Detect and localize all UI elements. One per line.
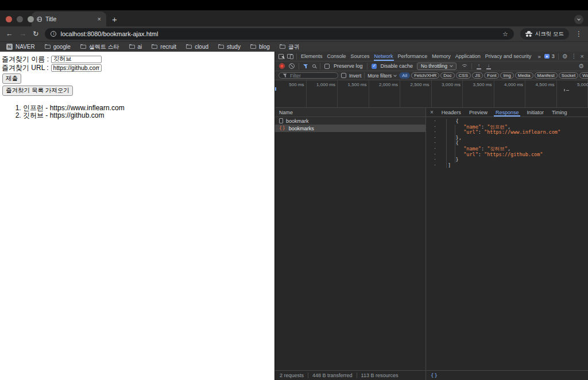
import-har-icon[interactable]: ↑ <box>476 63 482 69</box>
format-response-button[interactable]: {} <box>431 373 438 378</box>
detail-tab[interactable]: Response <box>492 108 523 117</box>
timeline-cell: 4,000 ms <box>494 80 526 107</box>
address-bar[interactable]: localhost:8080/bookmark-ajax.html ☆ <box>45 28 513 40</box>
network-conditions-icon[interactable] <box>461 64 467 69</box>
response-body[interactable]: - { - "name": "인프런", <box>426 117 588 370</box>
disable-cache-checkbox[interactable] <box>372 64 377 69</box>
reload-button[interactable]: ↻ <box>33 30 38 38</box>
close-devtools-icon[interactable]: × <box>581 53 584 60</box>
panel-tab[interactable]: Performance <box>396 52 430 61</box>
request-type-pill[interactable]: All <box>399 72 410 79</box>
content-area: 즐겨찾기 이름 : 즐겨찾기 URL : 제출 즐겨찾기 목록 가져오기 인프런… <box>0 52 588 380</box>
fold-marker-icon[interactable]: - <box>434 118 436 124</box>
filter-funnel-icon[interactable] <box>303 64 308 69</box>
panel-tab[interactable]: Network <box>372 52 396 61</box>
request-type-pill[interactable]: Manifest <box>535 72 558 79</box>
fold-marker-icon[interactable]: - <box>434 162 436 168</box>
close-window-button[interactable] <box>6 16 12 22</box>
detail-tab[interactable]: Preview <box>465 108 492 117</box>
request-type-pill[interactable]: Doc <box>440 72 454 79</box>
request-row[interactable]: bookmark <box>275 117 425 125</box>
filter-input-wrapper <box>278 72 338 79</box>
request-type-pill[interactable]: Media <box>515 72 533 79</box>
export-har-icon[interactable]: ↓ <box>486 63 492 69</box>
forward-button[interactable]: → <box>20 30 27 38</box>
minimize-window-button[interactable] <box>17 16 23 22</box>
browser-tab[interactable]: Title × <box>32 11 106 26</box>
throttling-select[interactable]: No throttling <box>417 63 457 70</box>
new-tab-button[interactable]: + <box>112 15 117 24</box>
devtools-tabbar-right: » 3 ⚙ ⋮ × <box>537 53 586 60</box>
bookmark-item[interactable]: recruit <box>152 44 176 50</box>
request-type-pills: All Fetch/XHR Doc CSS JS Font Img Media <box>399 72 588 79</box>
invert-checkbox[interactable] <box>341 73 346 78</box>
issues-icon[interactable] <box>544 54 550 59</box>
preserve-log-label: Preserve log <box>334 63 363 69</box>
request-detail-pane: × Headers Preview Response Initiator <box>425 108 588 370</box>
browser-menu-button[interactable]: ⋮ <box>575 30 582 38</box>
bookmark-url-input[interactable] <box>51 64 102 72</box>
filter-input[interactable] <box>290 73 334 79</box>
detail-tab[interactable]: Headers <box>438 108 465 117</box>
devtools-menu-icon[interactable]: ⋮ <box>571 53 577 59</box>
timeline-tick-label: 5,000 ms <box>577 82 588 87</box>
submit-button[interactable]: 제출 <box>2 73 21 84</box>
detail-tab[interactable]: Timing <box>548 108 571 117</box>
request-type-pill[interactable]: Wasm <box>579 72 588 79</box>
request-type-pill[interactable]: Fetch/XHR <box>411 72 439 79</box>
device-toolbar-icon[interactable] <box>287 54 293 59</box>
more-panels-button[interactable]: » <box>537 53 540 60</box>
panel-tab[interactable]: Application <box>453 52 483 61</box>
close-tab-icon[interactable]: × <box>98 16 101 22</box>
fold-marker-icon[interactable]: - <box>434 140 436 146</box>
bookmark-label: ai <box>138 44 142 50</box>
fold-marker-icon[interactable]: - <box>434 124 436 130</box>
fold-marker-icon[interactable]: - <box>434 135 436 141</box>
bookmark-item[interactable]: 글귀 <box>280 43 300 51</box>
zoom-window-button[interactable] <box>28 16 34 22</box>
fold-marker-icon[interactable]: - <box>434 146 436 152</box>
network-overview-timeline[interactable]: 500 ms 1,000 ms 1,500 ms 2,000 ms <box>275 80 588 108</box>
timeline-cell: 1,500 ms <box>338 80 369 107</box>
fetch-bookmarks-button[interactable]: 즐겨찾기 목록 가져오기 <box>2 86 73 96</box>
bookmark-item[interactable]: google <box>45 44 71 50</box>
fold-marker-icon[interactable]: - <box>434 157 436 162</box>
detail-tab[interactable]: Initiator <box>523 108 548 117</box>
clear-network-log-icon[interactable] <box>289 63 295 69</box>
request-type-pill[interactable]: CSS <box>456 72 471 79</box>
url-text: localhost:8080/bookmark-ajax.html <box>60 30 158 37</box>
request-type-pill[interactable]: Font <box>484 72 499 79</box>
panel-tab[interactable]: Memory <box>430 52 453 61</box>
fold-marker-icon[interactable]: - <box>434 152 436 157</box>
inspect-element-icon[interactable] <box>278 54 284 59</box>
panel-tab[interactable]: Privacy and security <box>483 52 534 61</box>
bookmark-star-icon[interactable]: ☆ <box>502 30 508 38</box>
requests-table-header[interactable]: Name <box>275 108 425 117</box>
panel-tab[interactable]: Sources <box>349 52 372 61</box>
back-button[interactable]: ← <box>6 30 13 38</box>
incognito-badge: 시크릿 모드 <box>520 28 569 40</box>
bookmark-item[interactable]: cloud <box>186 44 208 50</box>
more-filters-button[interactable]: More filters <box>368 73 396 79</box>
search-icon[interactable] <box>312 64 316 68</box>
site-info-icon[interactable] <box>51 31 56 37</box>
preserve-log-checkbox[interactable] <box>324 64 330 69</box>
request-type-pill[interactable]: JS <box>472 72 483 79</box>
bookmark-item[interactable]: blog <box>250 44 270 50</box>
close-detail-icon[interactable]: × <box>426 109 438 115</box>
bookmark-item[interactable]: 셀렉트 스타 <box>80 43 119 51</box>
record-network-log-button[interactable] <box>279 63 285 69</box>
request-type-pill[interactable]: Img <box>500 72 513 79</box>
tab-search-button[interactable] <box>574 15 583 24</box>
panel-tab[interactable]: Elements <box>299 52 325 61</box>
bookmark-item[interactable]: ai <box>129 44 142 50</box>
request-type-pill[interactable]: Socket <box>559 72 578 79</box>
request-row[interactable]: bookmarks <box>275 125 425 132</box>
fold-marker-icon[interactable]: - <box>434 129 436 135</box>
bookmark-item[interactable]: study <box>218 44 241 50</box>
network-settings-gear-icon[interactable]: ⚙ <box>578 63 584 69</box>
panel-tab[interactable]: Console <box>325 52 349 61</box>
bookmark-name-input[interactable] <box>51 56 102 63</box>
settings-gear-icon[interactable]: ⚙ <box>562 53 568 60</box>
bookmark-item[interactable]: NAVER <box>6 44 35 50</box>
